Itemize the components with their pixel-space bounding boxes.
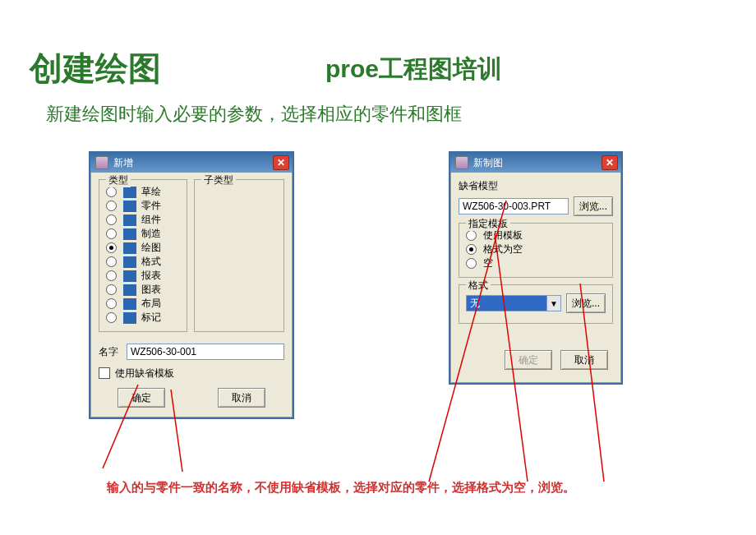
cancel-button[interactable]: 取消	[218, 388, 265, 408]
name-input[interactable]: WZ506-30-001	[127, 344, 284, 360]
ok-button[interactable]: 确定	[505, 350, 552, 370]
close-icon[interactable]: ✕	[273, 155, 289, 170]
type-option-drawing[interactable]: 绘图	[106, 241, 180, 255]
browse-model-button[interactable]: 浏览...	[574, 196, 613, 216]
name-label: 名字	[99, 345, 127, 359]
type-option-format[interactable]: 格式	[106, 255, 180, 269]
format-group-label: 格式	[466, 279, 491, 293]
app-icon	[95, 156, 108, 169]
use-default-template-checkbox[interactable]: 使用缺省模板	[99, 365, 284, 381]
format-group: 格式 无 ▼ 浏览...	[459, 284, 613, 324]
type-option-chart[interactable]: 图表	[106, 283, 180, 297]
type-option-layout[interactable]: 布局	[106, 297, 180, 311]
type-option-report[interactable]: 报表	[106, 269, 180, 283]
ok-button[interactable]: 确定	[118, 388, 165, 408]
chevron-down-icon: ▼	[546, 296, 560, 311]
default-model-label: 缺省模型	[459, 179, 613, 193]
app-icon	[455, 156, 468, 169]
type-option-manufacture[interactable]: 制造	[106, 227, 180, 241]
type-option-assembly[interactable]: 组件	[106, 213, 180, 227]
format-select[interactable]: 无 ▼	[466, 295, 561, 311]
template-group: 指定模板 使用模板 格式为空 空	[459, 223, 613, 278]
caption-text: 输入的与零件一致的名称，不使用缺省模板，选择对应的零件，选择格式为空，浏览。	[107, 480, 575, 496]
dialog-draw-titlebar[interactable]: 新制图 ✕	[450, 153, 621, 173]
instruction-text: 新建绘图时输入必要的参数，选择相应的零件和图框	[46, 102, 462, 127]
type-group: 类型 草绘 零件 组件 制造 绘图 格式 报表 图表 布局 标记	[99, 179, 187, 332]
template-group-label: 指定模板	[466, 217, 510, 231]
dialog-new: 新增 ✕ 类型 草绘 零件 组件 制造 绘图 格式 报表 图表 布局 标记 子类…	[89, 151, 294, 419]
cancel-button[interactable]: 取消	[560, 350, 608, 370]
type-group-label: 类型	[106, 173, 131, 187]
default-model-input[interactable]: WZ506-30-003.PRT	[459, 198, 569, 214]
subtype-group-label: 子类型	[201, 173, 236, 187]
dialog-draw-title: 新制图	[473, 156, 503, 170]
browse-format-button[interactable]: 浏览...	[566, 293, 606, 313]
page-title: 创建绘图	[30, 46, 161, 91]
dialog-new-titlebar[interactable]: 新增 ✕	[90, 153, 293, 173]
close-icon[interactable]: ✕	[602, 155, 618, 170]
subtype-group: 子类型	[194, 179, 284, 332]
dialog-new-title: 新增	[113, 156, 133, 170]
template-option-format-empty[interactable]: 格式为空	[466, 242, 606, 256]
type-option-mark[interactable]: 标记	[106, 311, 180, 325]
dialog-new-drawing: 新制图 ✕ 缺省模型 WZ506-30-003.PRT 浏览... 指定模板 使…	[449, 151, 623, 385]
template-option-empty[interactable]: 空	[466, 256, 606, 270]
page-subtitle: proe工程图培训	[325, 53, 502, 86]
type-option-part[interactable]: 零件	[106, 199, 180, 213]
